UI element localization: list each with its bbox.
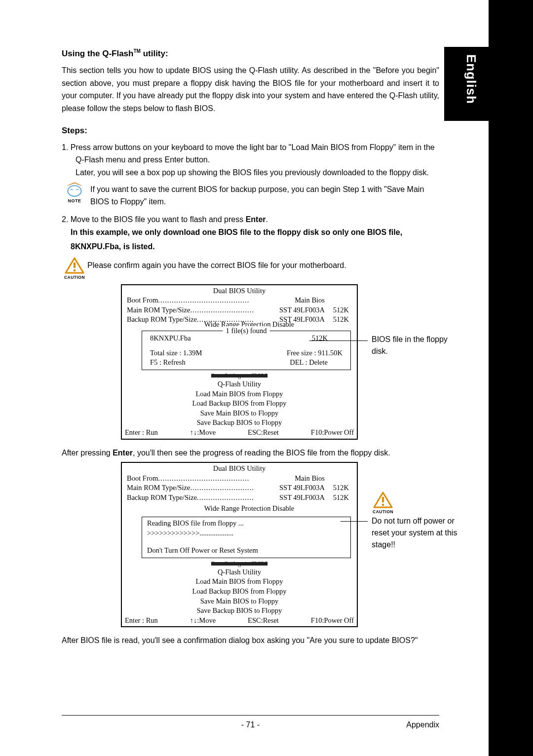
svg-rect-2 xyxy=(74,269,76,271)
boot-from-val: Main Bios xyxy=(295,296,325,305)
f5-refresh: F5 : Refresh xyxy=(150,358,186,368)
svg-rect-3 xyxy=(382,497,384,502)
svg-rect-4 xyxy=(382,504,384,506)
backup-rom-val-2: SST 49LF003A xyxy=(279,493,325,503)
step2-pre: 2. Move to the BIOS file you want to fla… xyxy=(62,215,246,224)
file-name: 8KNXPU.Fba xyxy=(150,334,191,343)
spacer xyxy=(325,296,352,305)
obscured-line-2: Save Settings to CMOS xyxy=(122,560,357,567)
heading-suffix: utility: xyxy=(141,49,168,58)
language-tab-label: English xyxy=(463,54,479,104)
side-caution-label: CAUTION xyxy=(373,509,393,516)
main-rom-val-2: SST 49LF003A xyxy=(279,483,325,493)
footer-divider xyxy=(62,715,439,716)
progress-bar: >>>>>>>>>>>>>................... xyxy=(147,529,345,538)
footer-left-spacer xyxy=(62,720,111,729)
qflash-utility: Q-Flash Utility xyxy=(122,379,357,389)
footer-move-2: ↑↓:Move xyxy=(190,616,216,626)
menu-load-main: Load Main BIOS from Floppy xyxy=(122,389,357,399)
footer-enter: Enter : Run xyxy=(125,428,158,438)
annot-text-2: Do not turn off power or reset your syst… xyxy=(372,515,470,551)
menu-load-backup-2: Load Backup BIOS from Floppy xyxy=(122,587,357,597)
language-tab: English xyxy=(444,47,489,121)
footer-esc: ESC:Reset xyxy=(248,428,279,438)
bios-title-2: Dual BIOS Utility xyxy=(122,463,357,474)
backup-rom-size: 512K xyxy=(325,315,352,325)
after-enter-para: After pressing Enter, you'll then see th… xyxy=(62,447,439,459)
after-enter-post: , you'll then see the progress of readin… xyxy=(133,449,390,457)
dont-turn-off: Don't Turn Off Power or Reset System xyxy=(147,546,345,556)
note-label: NOTE xyxy=(68,197,81,204)
footer-move: ↑↓:Move xyxy=(190,428,216,438)
dots: ........................................ xyxy=(158,296,295,305)
wide-range-protect-2: Wide Range Protection Disable xyxy=(142,504,357,514)
tm-mark: TM xyxy=(133,48,140,54)
menu-load-main-2: Load Main BIOS from Floppy xyxy=(122,577,357,587)
boot-from-label-2: Boot From xyxy=(127,474,158,484)
dots: ........................................ xyxy=(158,474,295,484)
menu-save-backup-2: Save Backup BIOS to Floppy xyxy=(122,606,357,616)
main-rom-size-2: 512K xyxy=(325,483,352,493)
backup-rom-label-2: Backup ROM Type/Size xyxy=(127,493,197,503)
step2-bold: In this example, we only download one BI… xyxy=(71,226,439,254)
boot-from-label: Boot From xyxy=(127,296,158,305)
menu-save-main: Save Main BIOS to Floppy xyxy=(122,409,357,418)
svg-rect-1 xyxy=(74,263,76,268)
caution-icon: CAUTION xyxy=(62,257,87,281)
heading-using-qflash: Using the Q-FlashTM utility: xyxy=(62,47,439,60)
annot-text-1: BIOS file in the floppy disk. xyxy=(372,334,465,357)
files-found: 1 file(s) found xyxy=(223,326,270,336)
step-1-b: Later, you will see a box pop up showing… xyxy=(76,166,439,179)
reading-label: Reading BIOS file from floppy ... xyxy=(147,519,345,529)
qflash-utility-2: Q-Flash Utility xyxy=(122,567,357,577)
main-rom-val: SST 49LF003A xyxy=(279,305,325,315)
backup-rom-label: Backup ROM Type/Size xyxy=(127,315,197,325)
caution-text: Please confirm again you have the correc… xyxy=(87,257,346,272)
footer-f10-2: F10:Power Off xyxy=(311,616,354,626)
svg-point-0 xyxy=(68,186,81,196)
intro-paragraph: This section tells you how to update BIO… xyxy=(62,64,439,114)
dots: ............................ xyxy=(190,305,279,315)
menu-load-backup: Load Backup BIOS from Floppy xyxy=(122,399,357,409)
menu-save-backup: Save Backup BIOS to Floppy xyxy=(122,418,357,428)
bios-screenshot-1: Dual BIOS Utility Boot From ............… xyxy=(121,284,439,440)
steps-heading: Steps: xyxy=(62,124,439,137)
page-number: - 71 - xyxy=(111,720,390,729)
note-icon: NOTE xyxy=(62,182,87,205)
annot-line-1 xyxy=(309,340,368,341)
file-popup: 1 file(s) found 8KNXPU.Fba 512K Total si… xyxy=(142,331,351,370)
step2-enter: Enter xyxy=(246,215,266,224)
backup-rom-size-2: 512K xyxy=(325,493,352,503)
step-1-a: 1. Press arrow buttons on your keyboard … xyxy=(76,141,439,166)
footer-row: - 71 - Appendix xyxy=(62,720,439,729)
dots: ......................... xyxy=(197,493,279,503)
bios-screenshot-2: Dual BIOS Utility Boot From ............… xyxy=(121,462,439,627)
boot-from-val-2: Main Bios xyxy=(295,474,325,484)
footer-f10: F10:Power Off xyxy=(311,428,354,438)
spacer xyxy=(325,474,352,484)
heading-text: Using the Q-Flash xyxy=(62,49,133,58)
annot-line-2 xyxy=(341,521,368,522)
progress-popup: Reading BIOS file from floppy ... >>>>>>… xyxy=(142,517,351,558)
note-row: NOTE If you want to save the current BIO… xyxy=(62,182,439,208)
caution-label: CAUTION xyxy=(64,274,85,281)
dots: ............................ xyxy=(190,483,279,493)
after-enter-pre: After pressing xyxy=(62,449,113,457)
footer-esc-2: ESC:Reset xyxy=(248,616,279,626)
total-size: Total size : 1.39M xyxy=(150,348,202,358)
file-size: 512K xyxy=(312,334,343,343)
del-delete: DEL : Delete xyxy=(290,358,343,368)
note-text: If you want to save the current BIOS for… xyxy=(90,182,439,208)
main-rom-label-2: Main ROM Type/Size xyxy=(127,483,190,493)
step2-post: . xyxy=(266,215,268,224)
footer-enter-2: Enter : Run xyxy=(125,616,158,626)
main-rom-label: Main ROM Type/Size xyxy=(127,305,190,315)
menu-save-main-2: Save Main BIOS to Floppy xyxy=(122,597,357,606)
after-read-para: After BIOS file is read, you'll see a co… xyxy=(62,634,439,647)
main-rom-size: 512K xyxy=(325,305,352,315)
step-2: 2. Move to the BIOS file you want to fla… xyxy=(62,213,439,226)
obscured-line: Save Settings to CMOS xyxy=(122,372,357,379)
bios-title: Dual BIOS Utility xyxy=(122,285,357,296)
after-enter-bold: Enter xyxy=(113,449,133,457)
free-size: Free size : 911.50K xyxy=(287,348,343,358)
